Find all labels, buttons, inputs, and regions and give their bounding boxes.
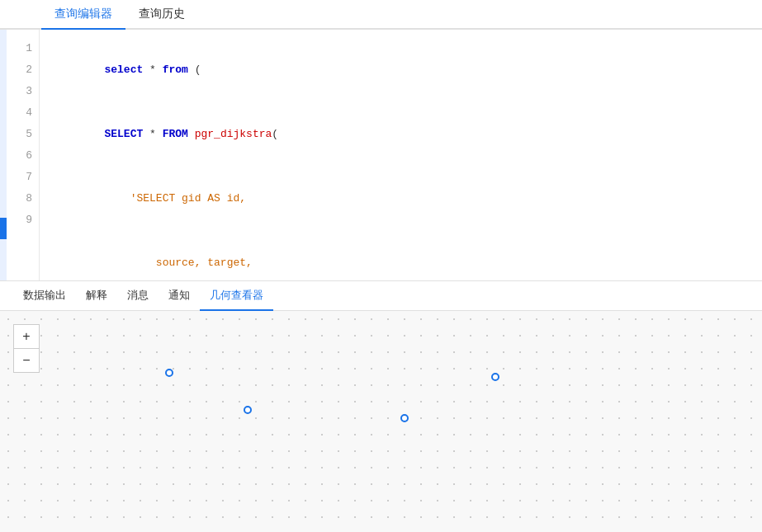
line-numbers: 1 2 3 4 5 6 7 8 9 (7, 30, 40, 280)
line-number-1: 1 (7, 38, 32, 59)
code-area[interactable]: select * from ( SELECT * FROM pgr_dijkst… (40, 30, 762, 280)
line-highlight (0, 218, 7, 239)
map-dot-4 (491, 373, 499, 381)
bottom-panel: 数据输出 解释 消息 通知 几何查看器 + − (0, 280, 762, 532)
map-dot-2 (244, 406, 252, 414)
bottom-tabs: 数据输出 解释 消息 通知 几何查看器 (0, 281, 762, 311)
line-number-5: 5 (7, 124, 32, 145)
tab-query-editor[interactable]: 查询编辑器 (41, 0, 125, 30)
top-tabs: 查询编辑器 查询历史 (0, 0, 762, 30)
code-line-3: 'SELECT gid AS id, (53, 167, 749, 231)
tab-query-history[interactable]: 查询历史 (125, 0, 198, 30)
line-number-8: 8 (7, 188, 32, 210)
map-grid (0, 311, 762, 532)
map-viewer[interactable]: + − (0, 311, 762, 532)
line-number-7: 7 (7, 167, 32, 188)
zoom-controls: + − (13, 324, 40, 373)
tab-geometry-viewer[interactable]: 几何查看器 (200, 281, 273, 311)
map-dot-3 (400, 414, 409, 422)
code-line-2: SELECT * FROM pgr_dijkstra( (53, 102, 749, 167)
tab-messages[interactable]: 消息 (117, 281, 159, 311)
editor-area: 1 2 3 4 5 6 7 8 9 select * from ( SELECT… (0, 30, 762, 280)
line-number-3: 3 (7, 81, 32, 102)
map-dot-1 (165, 369, 173, 377)
zoom-out-button[interactable]: − (14, 349, 39, 372)
code-line-1: select * from ( (53, 38, 749, 102)
tab-notify[interactable]: 通知 (159, 281, 200, 311)
line-number-2: 2 (7, 59, 32, 81)
line-number-4: 4 (7, 102, 32, 124)
main-container: 查询编辑器 查询历史 1 2 3 4 5 6 7 8 9 select * fr… (0, 0, 762, 532)
left-gutter (0, 30, 7, 280)
code-line-4: source, target, (53, 231, 749, 280)
tab-data-output[interactable]: 数据输出 (13, 281, 76, 311)
line-number-6: 6 (7, 145, 32, 167)
zoom-in-button[interactable]: + (14, 325, 39, 348)
tab-explain[interactable]: 解释 (76, 281, 117, 311)
line-number-9: 9 (7, 210, 32, 231)
